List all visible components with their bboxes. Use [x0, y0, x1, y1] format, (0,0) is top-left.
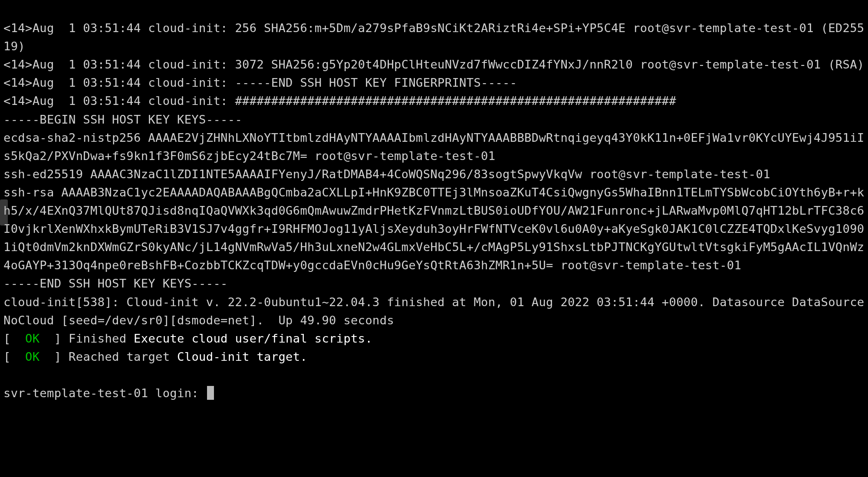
- status-target: Cloud-init target.: [177, 350, 307, 363]
- cloud-init-finished: cloud-init[538]: Cloud-init v. 22.2-0ubu…: [3, 295, 865, 327]
- log-line: <14>Aug 1 03:51:44 cloud-init: 3072 SHA2…: [3, 58, 865, 71]
- login-prompt-line[interactable]: svr-template-test-01 login:: [3, 384, 865, 402]
- ssh-key-rsa: ssh-rsa AAAAB3NzaC1yc2EAAAADAQABAAABgQCm…: [3, 186, 865, 272]
- cursor-icon: [207, 386, 214, 400]
- status-target: Execute cloud user/final scripts.: [134, 332, 372, 345]
- login-prompt: svr-template-test-01 login:: [3, 386, 206, 400]
- log-line: <14>Aug 1 03:51:44 cloud-init: 256 SHA25…: [3, 21, 865, 53]
- ssh-keys-end: -----END SSH HOST KEY KEYS-----: [3, 277, 228, 290]
- status-ok: OK: [25, 332, 39, 345]
- status-text: Finished: [69, 332, 134, 345]
- systemd-status-line: [ OK ] Finished Execute cloud user/final…: [3, 332, 372, 345]
- status-text: Reached target: [69, 350, 177, 363]
- ssh-key-ed25519: ssh-ed25519 AAAAC3NzaC1lZDI1NTE5AAAAIFYe…: [3, 167, 770, 181]
- systemd-status-line: [ OK ] Reached target Cloud-init target.: [3, 350, 307, 363]
- ssh-keys-begin: -----BEGIN SSH HOST KEY KEYS-----: [3, 113, 242, 126]
- log-line: <14>Aug 1 03:51:44 cloud-init: -----END …: [3, 76, 517, 89]
- scrollbar-thumb[interactable]: [0, 199, 8, 225]
- console-terminal[interactable]: <14>Aug 1 03:51:44 cloud-init: 256 SHA25…: [0, 0, 868, 477]
- status-ok: OK: [25, 350, 39, 363]
- ssh-key-ecdsa: ecdsa-sha2-nistp256 AAAAE2VjZHNhLXNoYTIt…: [3, 131, 865, 163]
- log-line: <14>Aug 1 03:51:44 cloud-init: #########…: [3, 94, 676, 108]
